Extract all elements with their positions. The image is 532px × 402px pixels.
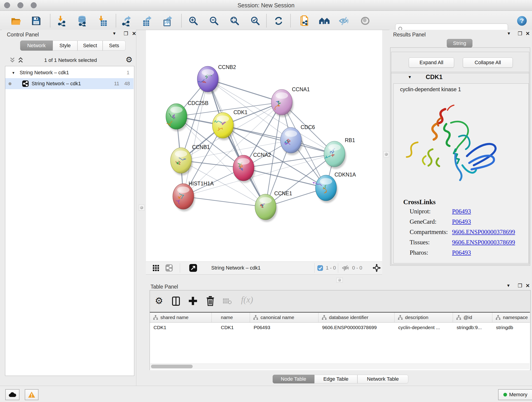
crosslink-link[interactable]: 9606.ENSP00000378699: [452, 229, 515, 236]
right-split-grip[interactable]: [384, 151, 389, 157]
tab-string[interactable]: String: [447, 39, 472, 48]
table-cell[interactable]: stringdb: [492, 323, 530, 332]
table-cell[interactable]: stringdb:9...: [453, 323, 492, 332]
tab-network[interactable]: Network: [20, 41, 53, 51]
memory-button[interactable]: Memory: [498, 389, 532, 400]
hidden-eye-icon[interactable]: [342, 264, 350, 271]
network-node-CCNB2[interactable]: CCNB2: [197, 64, 236, 94]
help-icon: ?: [516, 15, 527, 26]
network-canvas[interactable]: CCNB2CCNA1CDC25BCDK1CDC6RB1CCNB1CCNA2CDK…: [146, 30, 382, 262]
left-split-grip[interactable]: [139, 205, 144, 211]
expand-all-button[interactable]: Expand All: [409, 57, 454, 68]
network-node-CCNA1[interactable]: CCNA1: [271, 86, 310, 117]
network-node-CDC25B[interactable]: CDC25B: [166, 100, 209, 131]
function-fx-icon[interactable]: f(x): [241, 294, 253, 305]
split-columns-icon[interactable]: [172, 296, 180, 306]
annotation-document-button[interactable]: [298, 15, 310, 27]
network-node-RB1[interactable]: RB1: [324, 137, 355, 169]
maximize-panel-icon[interactable]: ❒: [518, 283, 522, 289]
import-network-file-button[interactable]: [56, 15, 68, 27]
horizontal-scrollbar[interactable]: [150, 364, 530, 369]
crosslink-link[interactable]: 9606.ENSP00000378699: [452, 239, 515, 246]
network-edge-CCNB2-CCNE1[interactable]: [208, 79, 266, 207]
horizontal-split-grip[interactable]: [336, 278, 343, 282]
zoom-out-button[interactable]: [208, 15, 220, 27]
network-node-CCNA2[interactable]: CCNA2: [233, 152, 271, 183]
collapse-panel-icon[interactable]: ▼: [507, 31, 511, 36]
table-cell[interactable]: cyclin-dependent ...: [394, 323, 453, 332]
gene-collapse-icon[interactable]: ▼: [408, 75, 412, 80]
column-header[interactable]: description: [394, 313, 453, 323]
network-node-CDK1[interactable]: CDK1: [212, 109, 247, 140]
share-view-icon[interactable]: [165, 264, 173, 272]
column-header[interactable]: namespace: [492, 313, 530, 323]
network-options-gear-icon[interactable]: ⚙: [126, 55, 133, 64]
grid-view-icon[interactable]: [153, 265, 159, 271]
network-node-HIST1H1A[interactable]: HIST1H1A: [173, 181, 214, 211]
network-collection-row[interactable]: ▼ String Network – cdk1 1: [5, 67, 133, 78]
selected-checkbox-icon[interactable]: [317, 265, 323, 271]
add-column-icon[interactable]: [188, 296, 197, 306]
save-session-button[interactable]: [30, 15, 42, 27]
network-row-selected[interactable]: String Network – cdk1 11 48: [5, 78, 133, 89]
import-network-database-button[interactable]: [76, 15, 88, 27]
crosslink-link[interactable]: P06493: [452, 249, 471, 256]
tab-edge-table[interactable]: Edge Table: [314, 375, 357, 383]
table-cell[interactable]: CDK1: [212, 323, 250, 332]
network-node-CDC6[interactable]: CDC6: [280, 124, 315, 155]
column-header[interactable]: database identifier: [318, 313, 394, 323]
tab-node-table[interactable]: Node Table: [273, 375, 314, 383]
column-header[interactable]: @id: [453, 313, 492, 323]
collapse-all-button[interactable]: Collapse All: [463, 57, 513, 68]
table-settings-gear-icon[interactable]: ⚙: [155, 295, 163, 306]
refresh-button[interactable]: [273, 15, 285, 27]
crosslink-link[interactable]: P06493: [452, 218, 471, 225]
network-selected-info: 1 of 1 Network selected: [29, 57, 112, 63]
hide-selected-button[interactable]: [338, 15, 350, 27]
maximize-panel-icon[interactable]: ❒: [518, 31, 522, 37]
tab-select[interactable]: Select: [77, 41, 103, 51]
network-node-CDKN1A[interactable]: CDKN1A: [313, 172, 356, 203]
table-cell[interactable]: CDK1: [150, 323, 212, 332]
maximize-panel-icon[interactable]: ❒: [124, 31, 128, 37]
cloud-button[interactable]: [5, 389, 19, 400]
network-edge-RB1-HIST1H1A[interactable]: [183, 154, 335, 196]
expand-all-icon[interactable]: [17, 56, 25, 64]
network-view[interactable]: CCNB2CCNA1CDC25BCDK1CDC6RB1CCNB1CCNA2CDK…: [146, 30, 382, 262]
tree-expand-icon[interactable]: ▼: [12, 71, 15, 75]
collapse-panel-icon[interactable]: ▼: [112, 31, 116, 36]
scrollbar-thumb[interactable]: [151, 365, 193, 368]
home-view-button[interactable]: [318, 15, 330, 27]
fit-crosshair-icon[interactable]: [372, 264, 381, 272]
zoom-selected-button[interactable]: [249, 15, 261, 27]
tab-network-table[interactable]: Network Table: [357, 375, 408, 383]
export-network-button[interactable]: [120, 15, 132, 27]
show-all-button[interactable]: [359, 15, 371, 27]
close-panel-icon[interactable]: ✕: [132, 31, 136, 37]
column-header[interactable]: canonical name: [250, 313, 318, 323]
column-header[interactable]: name: [212, 313, 250, 323]
collapse-all-icon[interactable]: [9, 56, 17, 64]
open-in-new-icon[interactable]: [189, 264, 197, 272]
table-cell[interactable]: P06493: [250, 323, 318, 332]
collapse-panel-icon[interactable]: ▼: [506, 283, 510, 288]
network-node-CCNE1[interactable]: CCNE1: [255, 191, 292, 222]
delete-table-icon[interactable]: [223, 298, 232, 305]
table-cell[interactable]: 9606.ENSP00000378699: [318, 323, 394, 332]
export-image-button[interactable]: [161, 15, 173, 27]
warning-button[interactable]: [25, 389, 38, 400]
zoom-in-button[interactable]: [187, 15, 199, 27]
zoom-fit-button[interactable]: [229, 15, 241, 27]
help-button[interactable]: ?: [516, 15, 528, 27]
import-table-button[interactable]: [97, 15, 109, 27]
column-header[interactable]: shared name: [150, 313, 212, 323]
close-panel-icon[interactable]: ✕: [526, 283, 530, 289]
crosslink-link[interactable]: P06493: [452, 208, 471, 215]
tab-sets[interactable]: Sets: [103, 41, 126, 51]
network-edge-HIST1H1A-CCNE1[interactable]: [183, 196, 266, 207]
export-table-button[interactable]: [141, 15, 152, 27]
open-session-button[interactable]: [10, 15, 22, 27]
delete-row-trash-icon[interactable]: [206, 296, 215, 306]
close-panel-icon[interactable]: ✕: [526, 31, 530, 37]
tab-style[interactable]: Style: [53, 41, 77, 51]
